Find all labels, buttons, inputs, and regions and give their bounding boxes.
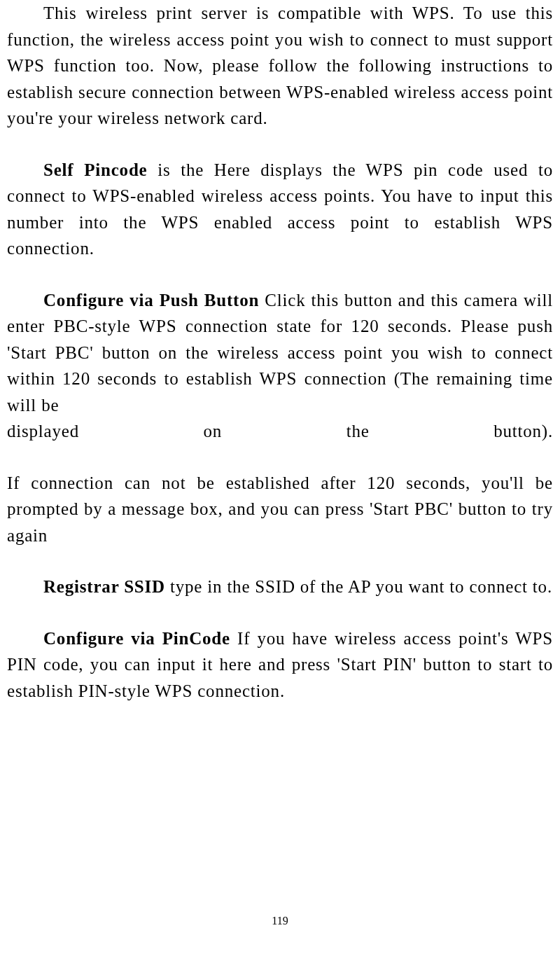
paragraph-4: If connection can not be established aft…	[7, 470, 553, 549]
document-content: This wireless print server is compatible…	[7, 0, 553, 704]
paragraph-5: Registrar SSID type in the SSID of the A…	[7, 574, 553, 600]
paragraph-4-text: If connection can not be established aft…	[7, 473, 553, 545]
paragraph-1: This wireless print server is compatible…	[7, 0, 553, 132]
paragraph-3-heading: Configure via Push Button	[43, 291, 259, 310]
paragraph-6-heading: Configure via PinCode	[43, 629, 230, 648]
paragraph-5-heading: Registrar SSID	[43, 577, 165, 596]
paragraph-3-text-b: displayed on the button).	[7, 418, 553, 445]
paragraph-2-heading: Self Pincode	[43, 160, 148, 179]
paragraph-1-text: This wireless print server is compatible…	[7, 4, 553, 127]
paragraph-3: Configure via Push Button Click this but…	[7, 287, 553, 445]
page-number: 119	[0, 913, 560, 929]
paragraph-5-text: type in the SSID of the AP you want to c…	[165, 577, 552, 596]
paragraph-6: Configure via PinCode If you have wirele…	[7, 625, 553, 705]
paragraph-2: Self Pincode is the Here displays the WP…	[7, 157, 553, 262]
